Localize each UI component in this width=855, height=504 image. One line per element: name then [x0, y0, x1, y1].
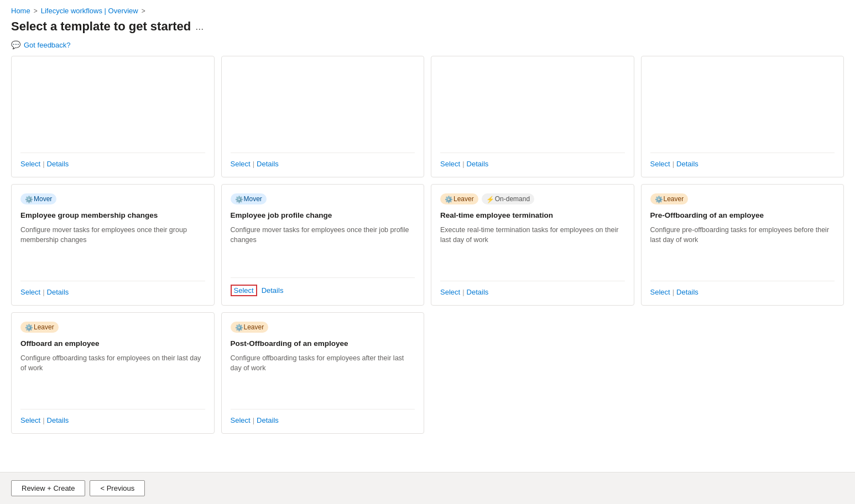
card-footer: Select | Details: [20, 281, 205, 296]
breadcrumb-sep1: >: [34, 7, 38, 15]
mover-icon: ⚙️: [235, 196, 242, 202]
template-row-3: ⚙️ Leaver Offboard an employee Configure…: [11, 312, 844, 434]
template-row-2: ⚙️ Mover Employee group membership chang…: [11, 184, 844, 306]
template-card-2-2: ⚙️ Mover Employee job profile change Con…: [221, 184, 425, 306]
card-desc: Configure pre-offboarding tasks for empl…: [650, 225, 835, 245]
feedback-icon: 💬: [11, 40, 20, 49]
bottom-bar: Review + Create < Previous: [0, 472, 855, 504]
breadcrumb-lifecycle[interactable]: Lifecycle workflows | Overview: [41, 7, 138, 15]
template-card-1-2: Select | Details: [221, 56, 425, 177]
tag-leaver: ⚙️ Leaver: [231, 322, 269, 333]
card-body: ⚙️ Leaver ⚡ On-demand Real-time employee…: [440, 193, 625, 281]
select-link-2-4[interactable]: Select: [650, 288, 670, 296]
card-body: ⚙️ Leaver Offboard an employee Configure…: [20, 322, 205, 409]
select-link-1-2[interactable]: Select: [231, 160, 251, 168]
details-link-1-1[interactable]: Details: [47, 160, 69, 168]
template-card-1-1: Select | Details: [11, 56, 215, 177]
page-title: Select a template to get started: [11, 19, 191, 34]
select-link-3-2[interactable]: Select: [231, 416, 251, 424]
card-title: Employee job profile change: [231, 211, 415, 219]
card-body: [440, 65, 625, 153]
card-footer: Select | Details: [20, 153, 205, 168]
details-link-2-2[interactable]: Details: [262, 286, 284, 295]
card-title: Pre-Offboarding of an employee: [650, 211, 835, 219]
card-title: Post-Offboarding of an employee: [231, 339, 415, 348]
details-link-1-4[interactable]: Details: [676, 160, 698, 168]
ondemand-icon: ⚡: [486, 196, 493, 202]
separator: |: [253, 160, 254, 168]
select-link-3-1[interactable]: Select: [20, 416, 40, 424]
empty-slot-3-4: [641, 312, 844, 434]
template-card-2-1: ⚙️ Mover Employee group membership chang…: [11, 184, 215, 306]
tag-leaver: ⚙️ Leaver: [20, 322, 59, 333]
card-footer: Select | Details: [20, 409, 205, 424]
tag-row: ⚙️ Mover: [231, 193, 415, 204]
details-link-2-1[interactable]: Details: [47, 288, 69, 296]
breadcrumb: Home > Lifecycle workflows | Overview >: [0, 0, 855, 17]
select-link-1-4[interactable]: Select: [650, 160, 670, 168]
leaver-icon: ⚙️: [655, 196, 661, 202]
separator: |: [672, 160, 674, 168]
page-header: Select a template to get started ...: [0, 17, 855, 38]
card-body: [20, 65, 205, 153]
card-footer: Select | Details: [440, 153, 625, 168]
details-link-3-1[interactable]: Details: [47, 416, 69, 424]
tag-ondemand: ⚡ On-demand: [482, 193, 534, 204]
main-content: Select | Details Select | Details: [0, 56, 855, 472]
breadcrumb-home[interactable]: Home: [11, 7, 30, 15]
card-body: [231, 65, 415, 153]
template-card-3-2: ⚙️ Leaver Post-Offboarding of an employe…: [221, 312, 425, 434]
details-link-2-4[interactable]: Details: [676, 288, 698, 296]
card-body: [650, 65, 835, 153]
leaver-icon: ⚙️: [445, 196, 451, 202]
card-desc: Configure offboarding tasks for employee…: [20, 353, 205, 373]
card-body: ⚙️ Mover Employee job profile change Con…: [231, 193, 415, 277]
select-link-2-3[interactable]: Select: [440, 288, 460, 296]
details-link-3-2[interactable]: Details: [257, 416, 279, 424]
tag-row: ⚙️ Leaver: [20, 322, 205, 333]
details-link-1-3[interactable]: Details: [467, 160, 489, 168]
tag-leaver: ⚙️ Leaver: [650, 193, 689, 204]
tag-leaver: ⚙️ Leaver: [440, 193, 478, 204]
card-title: Offboard an employee: [20, 339, 205, 348]
select-link-1-3[interactable]: Select: [440, 160, 460, 168]
mover-icon: ⚙️: [25, 196, 32, 202]
empty-slot-3-3: [431, 312, 634, 434]
card-body: ⚙️ Leaver Post-Offboarding of an employe…: [231, 322, 415, 409]
separator: |: [43, 160, 44, 168]
more-options-icon[interactable]: ...: [195, 21, 204, 33]
tag-row: ⚙️ Leaver: [650, 193, 835, 204]
template-card-2-3: ⚙️ Leaver ⚡ On-demand Real-time employee…: [431, 184, 634, 306]
separator: |: [672, 288, 674, 296]
select-link-2-1[interactable]: Select: [20, 288, 40, 296]
template-card-1-3: Select | Details: [431, 56, 634, 177]
separator: |: [462, 160, 464, 168]
previous-button[interactable]: < Previous: [90, 480, 145, 496]
card-title: Real-time employee termination: [440, 211, 625, 219]
card-desc: Configure offboarding tasks for employee…: [231, 353, 415, 373]
template-card-2-4: ⚙️ Leaver Pre-Offboarding of an employee…: [641, 184, 844, 306]
card-footer: Select | Details: [650, 153, 835, 168]
card-desc: Configure mover tasks for employees once…: [231, 225, 415, 245]
tag-mover: ⚙️ Mover: [20, 193, 56, 204]
breadcrumb-sep2: >: [142, 7, 145, 15]
review-create-button[interactable]: Review + Create: [11, 480, 85, 496]
leaver-icon: ⚙️: [25, 324, 32, 330]
feedback-label: Got feedback?: [24, 41, 71, 49]
template-card-3-1: ⚙️ Leaver Offboard an employee Configure…: [11, 312, 215, 434]
card-footer: Select | Details: [650, 281, 835, 296]
separator: |: [43, 288, 44, 296]
separator: |: [253, 416, 254, 424]
details-link-2-3[interactable]: Details: [467, 288, 489, 296]
card-desc: Configure mover tasks for employees once…: [20, 225, 205, 245]
select-link-1-1[interactable]: Select: [20, 160, 40, 168]
card-body: ⚙️ Leaver Pre-Offboarding of an employee…: [650, 193, 835, 281]
details-link-1-2[interactable]: Details: [257, 160, 279, 168]
tag-mover: ⚙️ Mover: [231, 193, 267, 204]
leaver-icon: ⚙️: [235, 324, 242, 330]
select-link-2-2-highlighted[interactable]: Select: [231, 285, 257, 296]
feedback-bar[interactable]: 💬 Got feedback?: [0, 38, 855, 56]
template-row-1: Select | Details Select | Details: [11, 56, 844, 177]
separator: |: [43, 416, 44, 424]
tag-row: ⚙️ Leaver ⚡ On-demand: [440, 193, 625, 204]
